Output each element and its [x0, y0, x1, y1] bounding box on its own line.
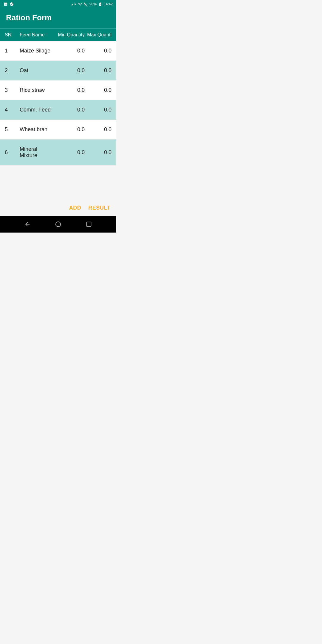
table-row[interactable]: 5 Wheat bran 0.0 0.0	[0, 120, 116, 140]
header-feed-name: Feed Name	[20, 32, 55, 38]
svg-rect-1	[87, 222, 91, 227]
nav-bar	[0, 216, 116, 233]
cell-feed-name: Oat	[20, 67, 55, 74]
cell-max-qty: 0.0	[85, 48, 112, 54]
bottom-actions: ADD RESULT	[0, 199, 116, 216]
image-icon	[4, 2, 8, 6]
cell-sn: 2	[5, 67, 20, 74]
battery-icon	[98, 2, 102, 6]
battery-text: 98%	[89, 2, 97, 6]
app-bar: Ration Form	[0, 8, 116, 28]
status-right-info: ▲▼ 98% 14:42	[71, 2, 113, 6]
cell-sn: 4	[5, 107, 20, 113]
cell-sn: 6	[5, 149, 20, 156]
table-row[interactable]: 1 Maize Silage 0.0 0.0	[0, 41, 116, 61]
home-button[interactable]	[52, 218, 64, 230]
table-row[interactable]: 6 Mineral Mixture 0.0 0.0	[0, 140, 116, 165]
page-title: Ration Form	[6, 13, 110, 22]
cell-sn: 3	[5, 87, 20, 93]
cell-min-qty: 0.0	[55, 126, 85, 133]
cell-feed-name: Mineral Mixture	[20, 146, 55, 159]
header-min-quantity: Min Quantity	[55, 32, 85, 38]
table-row[interactable]: 3 Rice straw 0.0 0.0	[0, 80, 116, 100]
header-max-quantity: Max Quanti	[85, 32, 112, 38]
cell-feed-name: Wheat bran	[20, 126, 55, 133]
cell-sn: 1	[5, 48, 20, 54]
wifi-icon	[78, 2, 82, 6]
cell-max-qty: 0.0	[85, 107, 112, 113]
status-left-icons	[4, 2, 14, 6]
add-button[interactable]: ADD	[69, 205, 81, 211]
header-sn: SN	[5, 32, 20, 38]
cell-max-qty: 0.0	[85, 67, 112, 74]
table-row[interactable]: 4 Comm. Feed 0.0 0.0	[0, 100, 116, 120]
status-bar: ▲▼ 98% 14:42	[0, 0, 116, 8]
cell-min-qty: 0.0	[55, 87, 85, 93]
data-arrows-icon: ▲▼	[71, 3, 77, 6]
cell-sn: 5	[5, 126, 20, 133]
cell-min-qty: 0.0	[55, 67, 85, 74]
back-button[interactable]	[21, 218, 33, 230]
cell-min-qty: 0.0	[55, 149, 85, 156]
cell-feed-name: Comm. Feed	[20, 107, 55, 113]
svg-point-0	[56, 222, 61, 227]
cell-feed-name: Rice straw	[20, 87, 55, 93]
cell-max-qty: 0.0	[85, 87, 112, 93]
result-button[interactable]: RESULT	[88, 205, 110, 211]
signal-icon	[84, 2, 88, 6]
time-display: 14:42	[104, 2, 113, 6]
cell-max-qty: 0.0	[85, 149, 112, 156]
table-header: SN Feed Name Min Quantity Max Quanti	[0, 28, 116, 41]
cell-min-qty: 0.0	[55, 107, 85, 113]
table-row[interactable]: 2 Oat 0.0 0.0	[0, 61, 116, 80]
table-body: 1 Maize Silage 0.0 0.0 2 Oat 0.0 0.0 3 R…	[0, 41, 116, 199]
recents-button[interactable]	[83, 218, 95, 230]
settings-icon	[10, 2, 14, 6]
cell-min-qty: 0.0	[55, 48, 85, 54]
cell-max-qty: 0.0	[85, 126, 112, 133]
cell-feed-name: Maize Silage	[20, 48, 55, 54]
